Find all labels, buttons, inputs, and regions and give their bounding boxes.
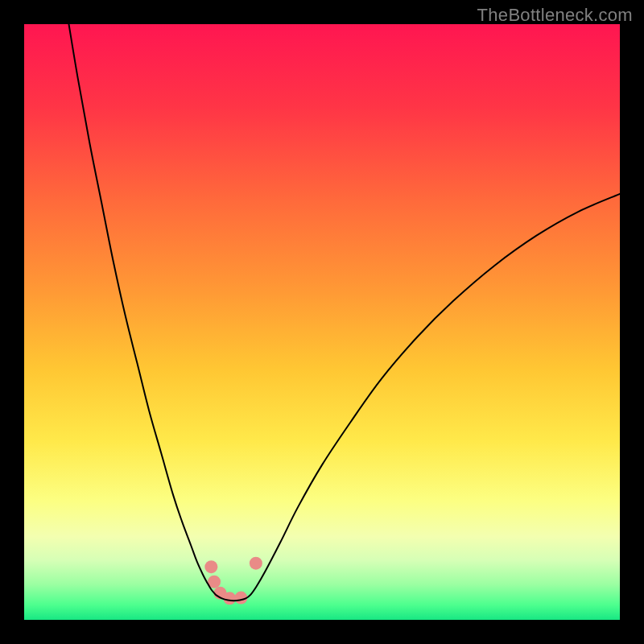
- valley-marker-3: [223, 592, 236, 605]
- bottleneck-plot: [24, 24, 620, 620]
- valley-marker-5: [250, 557, 262, 570]
- plot-background: [24, 24, 620, 620]
- valley-marker-0: [204, 560, 217, 573]
- chart-stage: TheBottleneck.com: [0, 0, 644, 644]
- watermark-text: TheBottleneck.com: [477, 5, 633, 26]
